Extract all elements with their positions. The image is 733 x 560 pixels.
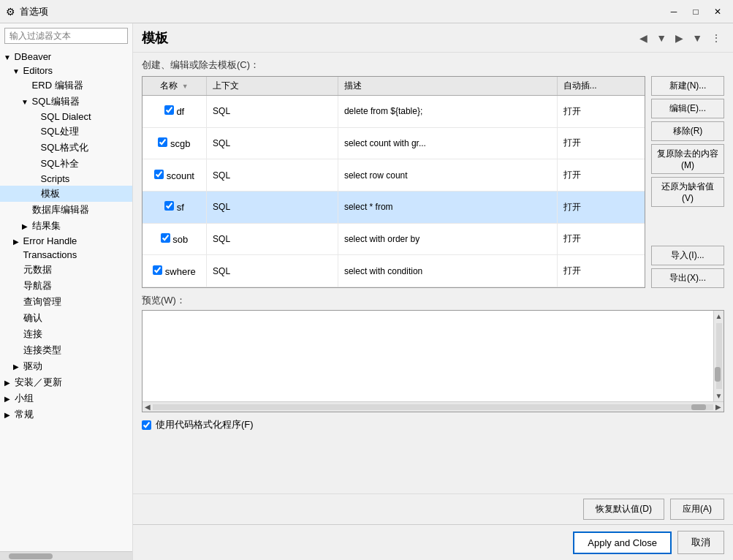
scroll-down-arrow[interactable]: ▼ bbox=[715, 390, 723, 401]
back-button[interactable]: ◀ bbox=[637, 31, 650, 45]
sidebar-item-label-connect: 连接 bbox=[20, 328, 42, 339]
sidebar-item-sql-format[interactable]: SQL格式化 bbox=[0, 140, 132, 156]
section-label: 创建、编辑或除去模板(C)： bbox=[142, 58, 724, 72]
preview-vertical-scrollbar[interactable]: ▲ ▼ bbox=[713, 311, 723, 401]
sidebar-item-navigator[interactable]: 导航器 bbox=[0, 278, 132, 294]
restore-default-button[interactable]: 还原为缺省值(V) bbox=[651, 177, 724, 207]
header-actions: ◀ ▼ ▶ ▼ ⋮ bbox=[637, 31, 724, 45]
cancel-button[interactable]: 取消 bbox=[677, 531, 724, 554]
row-description-3: select * from bbox=[338, 191, 557, 223]
sidebar-item-sql-dialect[interactable]: SQL Dialect bbox=[0, 110, 132, 124]
sidebar-item-query-mgmt[interactable]: 查询管理 bbox=[0, 294, 132, 310]
sidebar-item-sql-editor[interactable]: ▼ SQL编辑器 bbox=[0, 94, 132, 110]
sidebar-item-label-scripts: Scripts bbox=[38, 173, 69, 184]
window-title: 首选项 bbox=[20, 5, 664, 18]
sidebar-item-label-sql-process: SQL处理 bbox=[38, 126, 79, 137]
close-button[interactable]: ✕ bbox=[708, 4, 727, 20]
sidebar-item-label-editors: Editors bbox=[20, 65, 53, 76]
search-input[interactable] bbox=[4, 28, 128, 44]
apply-button[interactable]: 应用(A) bbox=[670, 499, 724, 520]
sidebar-item-label-sql-complete: SQL补全 bbox=[38, 158, 79, 169]
row-name-0: df bbox=[174, 106, 184, 117]
sort-arrow-name: ▼ bbox=[182, 83, 189, 90]
dialog-footer: Apply and Close 取消 bbox=[133, 524, 733, 560]
restore-defaults-button[interactable]: 恢复默认值(D) bbox=[583, 499, 664, 520]
sidebar-item-editors[interactable]: ▼ Editors bbox=[0, 64, 132, 77]
apply-close-button[interactable]: Apply and Close bbox=[573, 531, 672, 554]
row-name-1: scgb bbox=[167, 138, 190, 149]
table-row[interactable]: sobSQLselect with order by打开 bbox=[143, 223, 645, 255]
row-auto-4: 打开 bbox=[557, 223, 645, 255]
sidebar-item-scripts[interactable]: Scripts bbox=[0, 172, 132, 186]
scroll-up-arrow[interactable]: ▲ bbox=[715, 311, 723, 322]
sidebar-item-connect-type[interactable]: 连接类型 bbox=[0, 342, 132, 358]
table-row[interactable]: swhereSQLselect with condition打开 bbox=[143, 255, 645, 287]
table-row[interactable]: sfSQLselect * from打开 bbox=[143, 191, 645, 223]
scroll-left-arrow[interactable]: ◀ bbox=[143, 403, 153, 411]
preview-horizontal-scrollbar[interactable]: ◀ ▶ bbox=[143, 401, 723, 412]
row-auto-3: 打开 bbox=[557, 191, 645, 223]
sidebar-item-install-update[interactable]: ▶ 安装／更新 bbox=[0, 374, 132, 390]
scroll-thumb-h bbox=[691, 404, 706, 410]
table-row[interactable]: dfSQLdelete from ${table};打开 bbox=[143, 96, 645, 128]
sidebar-scrollbar-thumb bbox=[9, 553, 53, 559]
sidebar-item-results[interactable]: ▶ 结果集 bbox=[0, 218, 132, 234]
row-name-3: sf bbox=[174, 202, 184, 213]
forward-button[interactable]: ▶ bbox=[672, 31, 686, 45]
tree-expander-general: ▶ bbox=[3, 411, 12, 419]
sidebar-item-sql-complete[interactable]: SQL补全 bbox=[0, 156, 132, 172]
restore-removed-button[interactable]: 复原除去的内容(M) bbox=[651, 144, 724, 174]
content-area: 模板 ◀ ▼ ▶ ▼ ⋮ 创建、编辑或除去模板(C)： bbox=[133, 23, 733, 560]
menu-button[interactable]: ⋮ bbox=[708, 31, 724, 45]
sidebar-item-label-templates: 模板 bbox=[38, 188, 60, 199]
table-row[interactable]: scountSQLselect row count打开 bbox=[143, 159, 645, 192]
table-row[interactable]: scgbSQLselect count with gr...打开 bbox=[143, 127, 645, 159]
tree-expander-results: ▶ bbox=[20, 222, 29, 230]
sidebar-item-connect[interactable]: 连接 bbox=[0, 326, 132, 342]
table-and-buttons: 名称 ▼ 上下文 描述 自动插... dfSQLdelete from ${ta… bbox=[142, 76, 724, 288]
edit-button[interactable]: 编辑(E)... bbox=[651, 99, 724, 118]
row-checkbox-1[interactable] bbox=[158, 137, 167, 147]
back-dropdown-button[interactable]: ▼ bbox=[653, 31, 669, 45]
row-checkbox-2[interactable] bbox=[154, 170, 164, 179]
forward-dropdown-button[interactable]: ▼ bbox=[689, 31, 705, 45]
sidebar-item-confirm[interactable]: 确认 bbox=[0, 310, 132, 326]
sidebar-item-erd[interactable]: ERD 编辑器 bbox=[0, 77, 132, 94]
scroll-track-v[interactable] bbox=[716, 323, 722, 389]
content-title: 模板 bbox=[142, 29, 637, 47]
row-description-4: select with order by bbox=[338, 223, 557, 255]
row-checkbox-4[interactable] bbox=[161, 233, 170, 243]
minimize-button[interactable]: ─ bbox=[664, 4, 683, 20]
sidebar-item-groups[interactable]: ▶ 小组 bbox=[0, 390, 132, 406]
row-checkbox-3[interactable] bbox=[164, 201, 174, 211]
maximize-button[interactable]: □ bbox=[686, 4, 705, 20]
sidebar-item-db-editor[interactable]: 数据库编辑器 bbox=[0, 202, 132, 218]
sidebar-item-templates[interactable]: 模板 bbox=[0, 186, 132, 202]
remove-button[interactable]: 移除(R) bbox=[651, 121, 724, 141]
export-button[interactable]: 导出(X)... bbox=[651, 268, 724, 288]
row-checkbox-5[interactable] bbox=[153, 265, 162, 275]
scroll-track-h[interactable] bbox=[153, 404, 713, 410]
sidebar-item-dbeaver[interactable]: ▼ DBeaver bbox=[0, 50, 132, 64]
format-checkbox[interactable] bbox=[142, 420, 151, 430]
row-auto-0: 打开 bbox=[557, 96, 645, 128]
sidebar-item-drivers[interactable]: ▶ 驱动 bbox=[0, 358, 132, 374]
sidebar-item-general[interactable]: ▶ 常规 bbox=[0, 406, 132, 423]
new-button[interactable]: 新建(N)... bbox=[651, 76, 724, 96]
row-checkbox-0[interactable] bbox=[164, 105, 174, 115]
sidebar-item-transactions[interactable]: Transactions bbox=[0, 248, 132, 262]
window-icon: ⚙ bbox=[6, 6, 15, 18]
sidebar-item-error-handle[interactable]: ▶ Error Handle bbox=[0, 234, 132, 248]
col-header-auto: 自动插... bbox=[557, 77, 645, 96]
row-description-2: select row count bbox=[338, 159, 557, 192]
import-button[interactable]: 导入(I)... bbox=[651, 246, 724, 265]
preview-content[interactable] bbox=[143, 311, 713, 401]
footer-buttons-row: 恢复默认值(D) 应用(A) bbox=[133, 493, 733, 524]
format-checkbox-label[interactable]: 使用代码格式化程序(F) bbox=[156, 418, 254, 431]
window-controls: ─ □ ✕ bbox=[664, 4, 727, 20]
sidebar-item-sql-process[interactable]: SQL处理 bbox=[0, 124, 132, 140]
sidebar-scrollbar[interactable] bbox=[0, 551, 132, 560]
sidebar-item-metadata[interactable]: 元数据 bbox=[0, 262, 132, 278]
scroll-right-arrow[interactable]: ▶ bbox=[713, 403, 723, 411]
preview-label: 预览(W)： bbox=[142, 294, 724, 307]
